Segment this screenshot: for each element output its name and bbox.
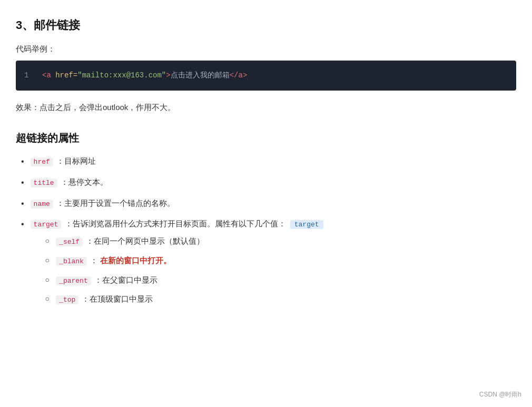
target-badge: target bbox=[290, 220, 323, 229]
blank-colon: ： bbox=[90, 256, 98, 265]
code-blank: _blank bbox=[56, 257, 87, 266]
href-desc: ：目标网址 bbox=[56, 156, 96, 165]
code-label: 代码举例： bbox=[16, 43, 516, 55]
watermark: CSDN @时雨h bbox=[479, 390, 521, 400]
self-desc: ：在同一个网页中显示（默认值） bbox=[86, 236, 204, 245]
code-self: _self bbox=[56, 237, 83, 246]
target-sub-list: _self ：在同一个网页中显示（默认值） _blank ： 在新的窗口中打开。 bbox=[45, 235, 516, 312]
effect-text: 效果：点击之后，会弹出outlook，作用不大。 bbox=[16, 101, 516, 114]
target-desc: ：告诉浏览器用什么方式来打开目标页面。属性有以下几个值： bbox=[65, 219, 286, 228]
code-tag-end: </a> bbox=[230, 71, 248, 80]
blank-desc-bold: 在新的窗口中打开。 bbox=[100, 256, 171, 265]
title-desc: ：悬停文本。 bbox=[61, 177, 108, 186]
section3-title: 3、邮件链接 bbox=[16, 16, 516, 34]
code-tag-open: <a bbox=[42, 71, 51, 80]
sub-item-parent: _parent ：在父窗口中显示 bbox=[45, 274, 516, 287]
list-item-name: name ：主要用于设置一个锚点的名称。 bbox=[16, 197, 516, 211]
code-tag-close: > bbox=[166, 71, 170, 80]
top-desc: ：在顶级窗口中显示 bbox=[82, 294, 153, 303]
code-target: target bbox=[31, 220, 62, 229]
code-name: name bbox=[31, 200, 53, 209]
code-attr-name: href= bbox=[51, 71, 77, 80]
code-title: title bbox=[31, 178, 57, 187]
code-text-content: 点击进入我的邮箱 bbox=[171, 71, 230, 80]
code-top: _top bbox=[56, 295, 78, 304]
code-attr-value: "mailto:xxx@163.com" bbox=[77, 71, 166, 80]
attrs-section-title: 超链接的属性 bbox=[16, 130, 516, 146]
list-item-title: title ：悬停文本。 bbox=[16, 176, 516, 190]
list-item-target: target ：告诉浏览器用什么方式来打开目标页面。属性有以下几个值： targ… bbox=[16, 217, 516, 312]
list-item-href: href ：目标网址 bbox=[16, 155, 516, 168]
name-desc: ：主要用于设置一个锚点的名称。 bbox=[56, 198, 175, 207]
parent-desc: ：在父窗口中显示 bbox=[94, 275, 157, 284]
sub-item-blank: _blank ： 在新的窗口中打开。 bbox=[45, 254, 516, 267]
attrs-list: href ：目标网址 title ：悬停文本。 name ：主要用于设置一个锚点… bbox=[16, 155, 516, 312]
code-block: 1 <a href="mailto:xxx@163.com">点击进入我的邮箱<… bbox=[16, 61, 516, 91]
line-number: 1 bbox=[24, 69, 28, 82]
code-href: href bbox=[31, 157, 53, 166]
sub-item-self: _self ：在同一个网页中显示（默认值） bbox=[45, 235, 516, 248]
code-parent: _parent bbox=[56, 276, 91, 285]
sub-item-top: _top ：在顶级窗口中显示 bbox=[45, 293, 516, 306]
